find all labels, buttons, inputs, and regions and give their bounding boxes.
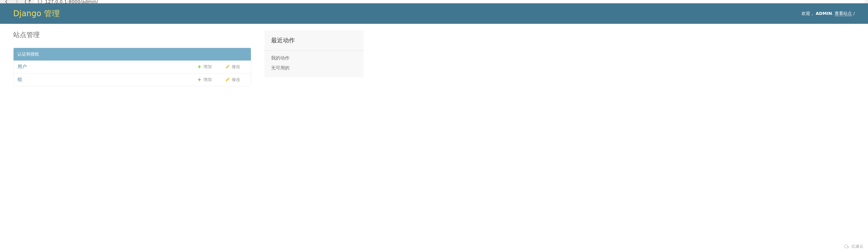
model-link-groups[interactable]: 组 <box>18 77 191 83</box>
change-link-users[interactable]: 修改 <box>225 64 247 70</box>
recent-actions-module: 最近动作 我的动作 无可用的 <box>265 30 364 77</box>
change-link-groups[interactable]: 修改 <box>225 77 247 83</box>
branding[interactable]: Django 管理 <box>13 8 60 19</box>
info-icon <box>38 0 42 3</box>
add-link-users[interactable]: + 增加 <box>197 64 219 70</box>
url-text: 127.0.0.1:8000/admin/ <box>45 0 98 3</box>
reload-icon[interactable] <box>25 0 30 3</box>
change-label: 修改 <box>232 77 240 83</box>
add-label: 增加 <box>203 77 212 83</box>
separator: / <box>852 11 855 16</box>
my-actions-subtitle: 我的动作 <box>265 51 364 63</box>
header: Django 管理 欢迎， ADMIN. 查看站点 / <box>0 3 868 24</box>
add-label: 增加 <box>203 64 212 70</box>
pencil-icon <box>225 64 230 70</box>
browser-nav-icons <box>3 0 30 3</box>
plus-icon: + <box>197 64 202 70</box>
app-header[interactable]: 认证和授权 <box>13 48 251 60</box>
add-link-groups[interactable]: + 增加 <box>197 77 219 83</box>
view-site-link[interactable]: 查看站点 <box>835 11 852 16</box>
username: ADMIN <box>816 11 832 16</box>
forward-icon[interactable] <box>14 0 20 3</box>
main-column: 站点管理 认证和授权 用户 + 增加 修改 <box>13 30 251 86</box>
back-icon[interactable] <box>3 0 9 3</box>
pencil-icon <box>225 77 230 83</box>
app-name: 认证和授权 <box>18 52 39 57</box>
browser-bar: 127.0.0.1:8000/admin/ <box>0 0 868 3</box>
sidebar: 最近动作 我的动作 无可用的 <box>265 30 364 86</box>
recent-actions-title: 最近动作 <box>265 30 364 51</box>
model-row-groups: 组 + 增加 修改 <box>13 74 251 86</box>
app-module: 认证和授权 用户 + 增加 修改 组 + <box>13 48 251 86</box>
plus-icon: + <box>197 77 202 83</box>
url-bar[interactable]: 127.0.0.1:8000/admin/ <box>34 0 865 3</box>
model-row-users: 用户 + 增加 修改 <box>13 60 251 74</box>
change-label: 修改 <box>232 64 240 70</box>
actions-empty-text: 无可用的 <box>265 63 364 77</box>
welcome-text: 欢迎， <box>802 11 814 16</box>
content: 站点管理 认证和授权 用户 + 增加 修改 <box>0 24 868 93</box>
model-link-users[interactable]: 用户 <box>18 64 191 70</box>
user-tools: 欢迎， ADMIN. 查看站点 / <box>802 10 855 17</box>
page-title: 站点管理 <box>13 30 251 39</box>
